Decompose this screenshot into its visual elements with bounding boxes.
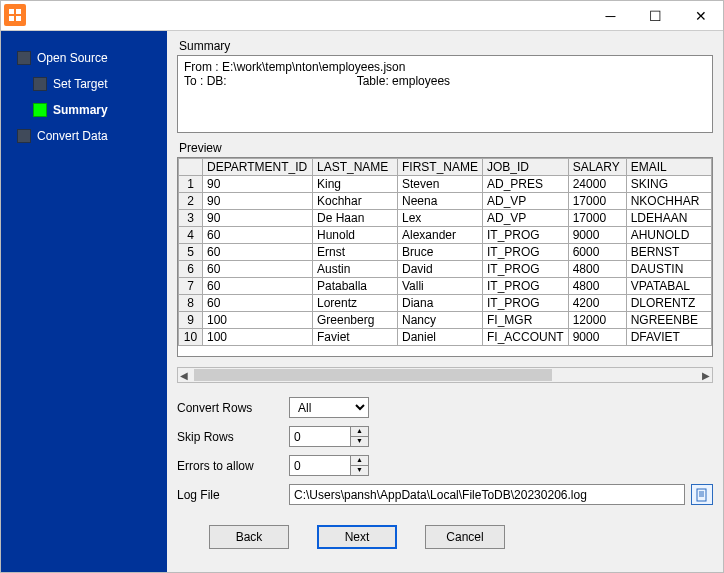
- from-path: E:\work\temp\nton\employees.json: [222, 60, 405, 74]
- column-header[interactable]: SALARY: [568, 159, 626, 176]
- table-cell: AD_VP: [483, 210, 569, 227]
- table-cell: Greenberg: [313, 312, 398, 329]
- spin-up-icon[interactable]: ▲: [351, 456, 368, 466]
- row-number: 9: [179, 312, 203, 329]
- svg-rect-0: [9, 9, 14, 14]
- spin-down-icon[interactable]: ▼: [351, 437, 368, 446]
- scroll-left-icon[interactable]: ◀: [180, 370, 188, 381]
- summary-box: From : E:\work\temp\nton\employees.json …: [177, 55, 713, 133]
- table-cell: 4200: [568, 295, 626, 312]
- table-cell: IT_PROG: [483, 261, 569, 278]
- table-label: Table:: [357, 74, 392, 88]
- sidebar-item-summary[interactable]: Summary: [1, 97, 167, 123]
- table-cell: 60: [203, 227, 313, 244]
- table-row[interactable]: 10100FavietDanielFI_ACCOUNT9000DFAVIET: [179, 329, 712, 346]
- table-cell: 9000: [568, 227, 626, 244]
- errors-allow-spinner[interactable]: ▲▼: [289, 455, 369, 476]
- skip-rows-spinner[interactable]: ▲▼: [289, 426, 369, 447]
- table-cell: Bruce: [398, 244, 483, 261]
- table-row[interactable]: 660AustinDavidIT_PROG4800DAUSTIN: [179, 261, 712, 278]
- skip-rows-input[interactable]: [290, 427, 350, 446]
- column-header[interactable]: EMAIL: [626, 159, 711, 176]
- column-header[interactable]: FIRST_NAME: [398, 159, 483, 176]
- step-box-icon: [17, 51, 31, 65]
- scroll-thumb[interactable]: [194, 369, 552, 381]
- sidebar-item-set-target[interactable]: Set Target: [1, 71, 167, 97]
- sidebar-item-open-source[interactable]: Open Source: [1, 45, 167, 71]
- scroll-right-icon[interactable]: ▶: [702, 370, 710, 381]
- table-cell: 100: [203, 329, 313, 346]
- column-header[interactable]: LAST_NAME: [313, 159, 398, 176]
- row-number: 1: [179, 176, 203, 193]
- errors-allow-label: Errors to allow: [177, 459, 289, 473]
- table-cell: King: [313, 176, 398, 193]
- maximize-button[interactable]: ☐: [633, 1, 678, 30]
- column-header[interactable]: DEPARTMENT_ID: [203, 159, 313, 176]
- table-row[interactable]: 460HunoldAlexanderIT_PROG9000AHUNOLD: [179, 227, 712, 244]
- table-cell: 90: [203, 193, 313, 210]
- table-cell: AD_PRES: [483, 176, 569, 193]
- table-cell: SKING: [626, 176, 711, 193]
- table-cell: Kochhar: [313, 193, 398, 210]
- log-file-input[interactable]: [289, 484, 685, 505]
- table-cell: Daniel: [398, 329, 483, 346]
- table-cell: Steven: [398, 176, 483, 193]
- preview-table: DEPARTMENT_IDLAST_NAMEFIRST_NAMEJOB_IDSA…: [178, 158, 712, 346]
- spin-down-icon[interactable]: ▼: [351, 466, 368, 475]
- browse-button[interactable]: [691, 484, 713, 505]
- column-header[interactable]: JOB_ID: [483, 159, 569, 176]
- row-number: 4: [179, 227, 203, 244]
- table-cell: 24000: [568, 176, 626, 193]
- sidebar-item-label: Open Source: [37, 51, 108, 65]
- table-cell: 6000: [568, 244, 626, 261]
- sidebar-item-convert-data[interactable]: Convert Data: [1, 123, 167, 149]
- step-box-icon: [17, 129, 31, 143]
- svg-rect-1: [16, 9, 21, 14]
- table-cell: IT_PROG: [483, 227, 569, 244]
- table-row[interactable]: 290KochharNeenaAD_VP17000NKOCHHAR: [179, 193, 712, 210]
- table-row[interactable]: 860LorentzDianaIT_PROG4200DLORENTZ: [179, 295, 712, 312]
- table-row[interactable]: 9100GreenbergNancyFI_MGR12000NGREENBE: [179, 312, 712, 329]
- table-cell: Diana: [398, 295, 483, 312]
- table-cell: FI_MGR: [483, 312, 569, 329]
- cancel-button[interactable]: Cancel: [425, 525, 505, 549]
- table-cell: DAUSTIN: [626, 261, 711, 278]
- table-row[interactable]: 560ErnstBruceIT_PROG6000BERNST: [179, 244, 712, 261]
- horizontal-scrollbar[interactable]: ◀ ▶: [177, 367, 713, 383]
- row-number: 2: [179, 193, 203, 210]
- minimize-button[interactable]: ─: [588, 1, 633, 30]
- table-cell: NKOCHHAR: [626, 193, 711, 210]
- table-row[interactable]: 390De HaanLexAD_VP17000LDEHAAN: [179, 210, 712, 227]
- back-button[interactable]: Back: [209, 525, 289, 549]
- preview-heading: Preview: [179, 141, 713, 155]
- table-row[interactable]: 760PataballaValliIT_PROG4800VPATABAL: [179, 278, 712, 295]
- table-cell: DFAVIET: [626, 329, 711, 346]
- close-button[interactable]: ✕: [678, 1, 723, 30]
- app-icon: [4, 4, 26, 26]
- table-value: employees: [392, 74, 450, 88]
- next-button[interactable]: Next: [317, 525, 397, 549]
- table-cell: VPATABAL: [626, 278, 711, 295]
- table-cell: 17000: [568, 210, 626, 227]
- table-cell: 4800: [568, 261, 626, 278]
- skip-rows-label: Skip Rows: [177, 430, 289, 444]
- row-number: 10: [179, 329, 203, 346]
- table-cell: 90: [203, 176, 313, 193]
- row-number: 7: [179, 278, 203, 295]
- table-row[interactable]: 190KingStevenAD_PRES24000SKING: [179, 176, 712, 193]
- svg-rect-4: [697, 489, 706, 501]
- table-cell: 9000: [568, 329, 626, 346]
- main-panel: Summary From : E:\work\temp\nton\employe…: [167, 31, 723, 572]
- convert-rows-select[interactable]: All: [289, 397, 369, 418]
- table-cell: 60: [203, 244, 313, 261]
- table-cell: Lex: [398, 210, 483, 227]
- table-cell: 60: [203, 261, 313, 278]
- spin-up-icon[interactable]: ▲: [351, 427, 368, 437]
- table-cell: Neena: [398, 193, 483, 210]
- table-cell: Austin: [313, 261, 398, 278]
- table-cell: AD_VP: [483, 193, 569, 210]
- table-cell: Nancy: [398, 312, 483, 329]
- summary-heading: Summary: [179, 39, 713, 53]
- table-cell: Faviet: [313, 329, 398, 346]
- errors-allow-input[interactable]: [290, 456, 350, 475]
